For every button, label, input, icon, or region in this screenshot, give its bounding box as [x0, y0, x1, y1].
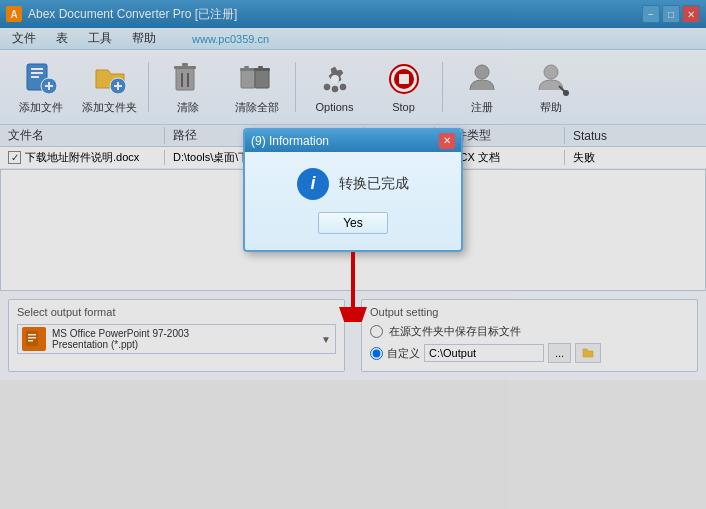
arrow-container: [243, 252, 463, 322]
dialog-yes-button[interactable]: Yes: [318, 212, 388, 234]
information-dialog: (9) Information ✕ i 转换已完成 Yes: [243, 128, 463, 252]
dialog-message: 转换已完成: [339, 175, 409, 193]
dialog-message-row: i 转换已完成: [297, 168, 409, 200]
dialog-overlay: (9) Information ✕ i 转换已完成 Yes: [0, 0, 706, 509]
dialog-close-button[interactable]: ✕: [439, 133, 455, 149]
info-icon: i: [297, 168, 329, 200]
dialog-title: (9) Information: [251, 134, 329, 148]
dialog-body: i 转换已完成 Yes: [245, 152, 461, 250]
red-arrow: [323, 252, 383, 322]
dialog-title-bar: (9) Information ✕: [245, 130, 461, 152]
